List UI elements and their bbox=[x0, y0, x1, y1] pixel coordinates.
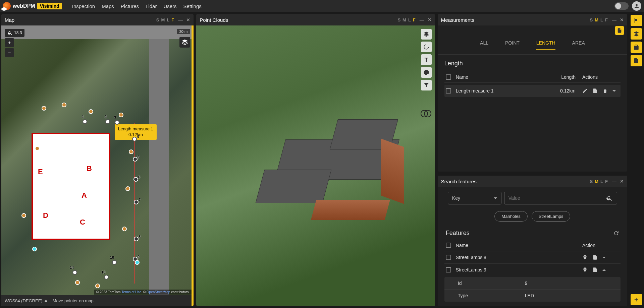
reset-view-tool[interactable] bbox=[421, 42, 432, 52]
minimize-icon[interactable]: — bbox=[178, 17, 183, 22]
app-name: webDPM bbox=[13, 3, 35, 9]
row-checkbox[interactable] bbox=[446, 255, 451, 260]
value-input[interactable] bbox=[508, 195, 606, 201]
size-m[interactable]: M bbox=[595, 17, 598, 22]
size-l[interactable]: L bbox=[408, 17, 411, 22]
collapse-icon[interactable] bbox=[602, 269, 606, 271]
expand-icon[interactable] bbox=[602, 257, 606, 258]
zoom-out-button[interactable]: − bbox=[5, 48, 14, 57]
layers-button[interactable] bbox=[179, 37, 190, 48]
search-icon[interactable] bbox=[606, 195, 613, 201]
size-f[interactable]: F bbox=[171, 17, 174, 22]
add-button[interactable] bbox=[631, 294, 642, 305]
col-actions: Actions bbox=[576, 74, 619, 80]
refresh-icon[interactable] bbox=[613, 230, 619, 236]
logo[interactable]: webDPM Visimind bbox=[3, 2, 62, 10]
size-f[interactable]: F bbox=[605, 179, 608, 184]
theme-toggle[interactable] bbox=[614, 2, 629, 10]
zoom-level[interactable]: 18.3 bbox=[5, 29, 24, 37]
document-icon[interactable] bbox=[592, 255, 598, 260]
document-icon[interactable] bbox=[592, 88, 598, 94]
feature-row[interactable]: StreetLamps.9 bbox=[444, 263, 621, 276]
minimize-icon[interactable]: — bbox=[420, 17, 424, 22]
select-all-checkbox[interactable] bbox=[446, 74, 451, 80]
tab-length[interactable]: LENGTH bbox=[536, 40, 555, 50]
right-sidebar bbox=[629, 12, 644, 308]
row-checkbox[interactable] bbox=[446, 88, 451, 94]
col-length: Length bbox=[545, 74, 576, 80]
flag-button[interactable] bbox=[631, 15, 642, 26]
select-all-checkbox[interactable] bbox=[446, 243, 451, 248]
col-name: Name bbox=[456, 74, 545, 80]
close-icon[interactable]: ✕ bbox=[620, 179, 624, 184]
cloud-sun-icon bbox=[3, 2, 11, 10]
zoom-in-button[interactable]: + bbox=[5, 38, 14, 47]
row-checkbox[interactable] bbox=[446, 267, 451, 272]
color-tool[interactable] bbox=[421, 67, 432, 78]
filter-tool[interactable] bbox=[421, 80, 432, 90]
size-s[interactable]: S bbox=[590, 17, 593, 22]
map-canvas[interactable]: A B C D E Length measure 1 0.12km 1 2 3 … bbox=[1, 25, 194, 306]
pointcloud-canvas[interactable] bbox=[196, 25, 435, 306]
document-icon[interactable] bbox=[592, 267, 598, 272]
edit-icon[interactable] bbox=[582, 88, 588, 94]
topbar: webDPM Visimind Inspection Maps Pictures… bbox=[0, 0, 644, 12]
size-s[interactable]: S bbox=[156, 17, 159, 22]
close-icon[interactable]: ✕ bbox=[186, 17, 190, 22]
menu-lidar[interactable]: Lidar bbox=[146, 3, 157, 9]
chip-manholes[interactable]: Manholes bbox=[494, 211, 527, 222]
pagination: Rows per page: 10 1–2 of 2 ‹ › bbox=[438, 303, 627, 306]
text-tool[interactable] bbox=[421, 54, 432, 65]
tab-all[interactable]: ALL bbox=[480, 40, 488, 50]
measurements-title: Measurements bbox=[441, 17, 590, 23]
menu-pictures[interactable]: Pictures bbox=[121, 3, 139, 9]
tab-point[interactable]: POINT bbox=[505, 40, 520, 50]
user-menu[interactable] bbox=[632, 1, 641, 11]
resize-handle[interactable] bbox=[192, 25, 194, 306]
menu-settings[interactable]: Settings bbox=[183, 3, 202, 9]
minimize-icon[interactable]: — bbox=[612, 179, 616, 184]
size-f[interactable]: F bbox=[605, 17, 608, 22]
size-s[interactable]: S bbox=[590, 179, 593, 184]
close-icon[interactable]: ✕ bbox=[620, 17, 624, 22]
pointclouds-panel: Point Clouds S M L F — ✕ bbox=[196, 14, 435, 306]
locate-icon[interactable] bbox=[582, 267, 588, 272]
size-s[interactable]: S bbox=[397, 17, 400, 22]
size-m[interactable]: M bbox=[595, 179, 598, 184]
search-title: Search features bbox=[441, 179, 590, 184]
measurement-row[interactable]: Length measure 1 0.12km bbox=[444, 85, 621, 97]
delete-icon[interactable] bbox=[602, 88, 608, 94]
chip-streetlamps[interactable]: StreetLamps bbox=[532, 211, 571, 222]
measurements-panel: Measurements S M L F — ✕ bbox=[438, 14, 627, 172]
clipboard-button[interactable] bbox=[631, 42, 642, 53]
value-input-wrap bbox=[504, 192, 617, 204]
floorplan-overlay: A B C D E bbox=[32, 133, 110, 240]
export-button[interactable] bbox=[615, 26, 624, 35]
feature-row[interactable]: StreetLamps.8 bbox=[444, 251, 621, 263]
expand-icon[interactable] bbox=[612, 90, 616, 92]
tab-area[interactable]: AREA bbox=[572, 40, 585, 50]
layers-button[interactable] bbox=[631, 28, 642, 40]
crs-selector[interactable]: WGS84 (DEGREE) bbox=[5, 298, 47, 303]
document-button[interactable] bbox=[631, 55, 642, 66]
size-l[interactable]: L bbox=[600, 179, 603, 184]
menu-users[interactable]: Users bbox=[163, 3, 176, 9]
size-m[interactable]: M bbox=[161, 17, 165, 22]
length-section-title: Length bbox=[444, 60, 621, 67]
map-size-controls: S M L F bbox=[156, 17, 174, 22]
menu-inspection[interactable]: Inspection bbox=[72, 3, 95, 9]
main-menu: Inspection Maps Pictures Lidar Users Set… bbox=[72, 3, 202, 9]
close-icon[interactable]: ✕ bbox=[428, 17, 432, 22]
key-select[interactable]: Key bbox=[448, 192, 501, 204]
map-title: Map bbox=[5, 17, 156, 23]
menu-maps[interactable]: Maps bbox=[102, 3, 114, 9]
layers-tool[interactable] bbox=[421, 29, 432, 40]
size-f[interactable]: F bbox=[413, 17, 416, 22]
size-m[interactable]: M bbox=[402, 17, 406, 22]
brand-badge: Visimind bbox=[37, 3, 62, 9]
minimize-icon[interactable]: — bbox=[612, 17, 616, 22]
size-l[interactable]: L bbox=[167, 17, 169, 22]
venn-icon[interactable] bbox=[420, 109, 432, 119]
locate-icon[interactable] bbox=[582, 255, 588, 260]
size-l[interactable]: L bbox=[600, 17, 603, 22]
